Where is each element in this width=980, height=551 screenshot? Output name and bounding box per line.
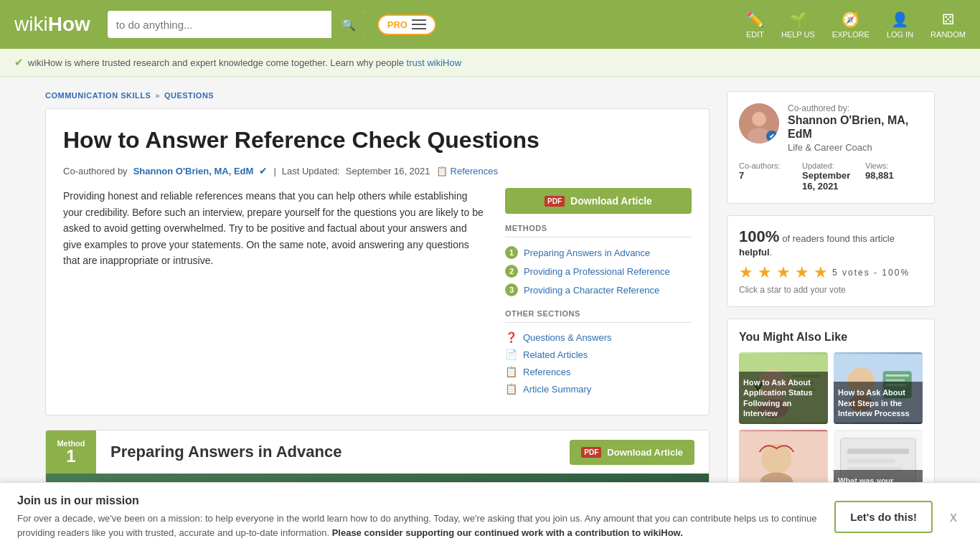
nav-login[interactable]: 👤 LOG IN [887,11,913,39]
method-download-button[interactable]: PDF Download Article [570,440,694,465]
star-5[interactable]: ★ [814,263,829,282]
toc-references[interactable]: 📋 References [505,363,692,380]
nav-random[interactable]: ⚄ RANDOM [930,11,966,39]
mission-cta-button[interactable]: Let's do this! [834,501,933,533]
breadcrumb-questions[interactable]: QUESTIONS [164,91,214,100]
vote-prompt: Click a star to add your vote [739,285,923,295]
article-title: How to Answer Reference Check Questions [63,126,692,154]
references-link[interactable]: 📋 References [436,166,498,176]
also-like-overlay-2: How to Ask About Next Steps in the Inter… [834,382,923,424]
logo-wiki: wiki [14,13,48,36]
doc-icon: 📋 [436,166,448,176]
method-header-1: Method 1 Preparing Answers in Advance PD… [46,430,709,474]
check-icon: ✔ [14,56,24,69]
toc-summary[interactable]: 📋 Article Summary [505,380,692,397]
search-icon: 🔍 [341,18,356,32]
stat-updated-label: Updated: [802,161,859,170]
toc-related[interactable]: 📄 Related Articles [505,346,692,363]
verified-icon: ✔ [769,133,775,140]
trust-bar-text: wikiHow is where trusted research and ex… [28,57,461,68]
nav-edit[interactable]: ✏️ EDIT [746,11,764,39]
stat-updated: Updated: September 16, 2021 [802,161,859,192]
search-input[interactable] [108,13,331,37]
helpful-pct: 100% [739,227,779,245]
summary-icon: 📋 [505,383,517,395]
author-stats: Co-authors: 7 Updated: September 16, 202… [739,161,923,192]
also-like-item-1[interactable]: How to Ask About Application Status Foll… [739,352,828,424]
toc-methods-label: METHODS [505,224,692,232]
toc-num-2: 2 [505,265,518,278]
mission-banner: Join us in our mission For over a decade… [0,482,980,551]
verified-badge: ✔ [259,165,268,176]
also-like-title: You Might Also Like [739,331,923,344]
toc-qa[interactable]: ❓ Questions & Answers [505,329,692,346]
nav-login-label: LOG IN [887,30,913,39]
login-icon: 👤 [891,11,909,28]
author-avatar: ✔ [739,103,779,143]
nav-explore[interactable]: 🧭 EXPLORE [832,11,870,39]
pro-label: PRO [387,19,407,30]
explore-icon: 🧭 [842,11,859,28]
edit-icon: ✏️ [746,11,764,28]
author-card: ✔ Co-authored by: Shannon O'Brien, MA, E… [727,91,935,204]
star-rating[interactable]: ★ ★ ★ ★ ★ 5 votes - 100% [739,263,923,282]
pdf-icon: PDF [545,196,565,207]
breadcrumb-sep: » [155,91,160,100]
author-name-link[interactable]: Shannon O'Brien, MA, EdM [133,166,254,176]
method-pdf-icon: PDF [581,447,601,458]
nav-explore-label: EXPLORE [832,30,870,39]
pro-button[interactable]: PRO [377,14,436,35]
toc-divider-2 [505,322,692,323]
nav-edit-label: EDIT [746,30,764,39]
nav-icons: ✏️ EDIT 🌱 HELP US 🧭 EXPLORE 👤 LOG IN ⚄ R… [746,11,966,39]
star-4[interactable]: ★ [795,263,811,282]
method-download-label: Download Article [607,447,683,458]
toc-other-label: OTHER SECTIONS [505,309,692,318]
article-body: Providing honest and reliable references… [63,188,488,397]
download-article-label: Download Article [570,195,652,207]
toc-method-3[interactable]: 3 Providing a Character Reference [505,281,692,299]
method-badge-1: Method 1 [46,430,96,474]
stat-updated-value: September 16, 2021 [802,170,859,192]
mission-text: Join us in our mission For over a decade… [17,494,823,540]
nav-help[interactable]: 🌱 HELP US [781,11,815,39]
article-paragraph: Providing honest and reliable references… [63,188,488,268]
toc-divider-1 [505,237,692,237]
references-icon: 📋 [505,366,517,377]
toc-box: PDF Download Article METHODS 1 Preparing… [505,188,692,397]
toc-method-1[interactable]: 1 Preparing Answers in Advance [505,243,692,262]
search-container: 🔍 [108,11,366,38]
qa-icon: ❓ [505,331,517,343]
trust-link[interactable]: trust wikiHow [407,57,462,68]
toc-qa-label: Questions & Answers [523,332,612,343]
breadcrumb-comm-skills[interactable]: COMMUNICATION SKILLS [45,91,151,100]
mission-close-button[interactable]: x [944,506,963,528]
helpful-card: 100% of readers found this article helpf… [727,215,935,307]
star-2[interactable]: ★ [758,263,773,282]
toc-summary-label: Article Summary [523,384,591,395]
author-name-sidebar: Shannon O'Brien, MA, EdM [788,113,923,141]
toc-method-1-label: Preparing Answers in Advance [524,248,650,258]
mission-body: For over a decade, we've been on a missi… [17,512,823,540]
also-like-overlay-1: How to Ask About Application Status Foll… [739,372,828,424]
star-3[interactable]: ★ [776,263,792,282]
stat-views-value: 98,881 [865,170,923,181]
stat-coauthors: Co-authors: 7 [739,161,796,192]
search-button[interactable]: 🔍 [331,11,366,38]
article-content: Providing honest and reliable references… [63,188,692,397]
also-like-item-2[interactable]: How to Ask About Next Steps in the Inter… [834,352,923,424]
method-num-1: 1 [66,448,75,465]
logo[interactable]: wikiHow [14,13,90,36]
mission-title: Join us in our mission [17,494,823,507]
svg-rect-21 [847,449,909,455]
download-article-button[interactable]: PDF Download Article [505,188,692,214]
stat-coauthors-label: Co-authors: [739,161,796,170]
nav-help-label: HELP US [781,30,815,39]
toc-related-label: Related Articles [523,349,588,360]
svg-rect-14 [885,380,905,382]
toc-method-2[interactable]: 2 Providing a Professional Reference [505,262,692,281]
help-icon: 🌱 [789,11,807,28]
last-updated-label: Last Updated: [282,166,340,176]
star-1[interactable]: ★ [739,263,755,282]
mission-body-bold: Please consider supporting our continued… [332,527,683,538]
